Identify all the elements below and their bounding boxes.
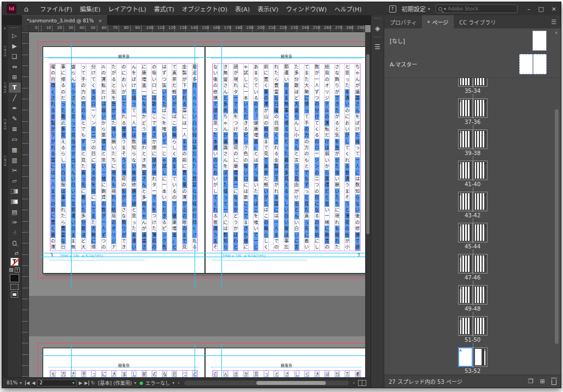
tool-vertical-grid-tool[interactable]: ▥	[9, 155, 21, 165]
tab-プロパティ[interactable]: プロパティ	[384, 15, 422, 28]
spread-thumbnail[interactable]: AA	[458, 78, 488, 87]
layers-panel-icon[interactable]: ◈	[375, 25, 380, 32]
spread-thumbnail[interactable]: AA	[458, 161, 488, 180]
page-thumbnail[interactable]: A	[458, 285, 473, 305]
document-page[interactable]: 餓鬼島着いた多分散ほど大盛らんし小さんと言って見由がせ出とんい白い	[205, 348, 368, 377]
page-thumbnail[interactable]: A	[473, 161, 488, 180]
document-page[interactable]: 餓鬼島の二つの目になるのを前にしてまた大勢に帰って手の力の方のもと	[43, 348, 205, 377]
menu-item[interactable]: オブジェクト(O)	[178, 4, 231, 13]
page-thumbnail[interactable]: A	[458, 161, 473, 180]
master-a-row[interactable]: A-マスター	[384, 52, 561, 75]
spread-thumbnail[interactable]: AA	[458, 285, 488, 305]
preset-selector[interactable]: [基本] (作業用) ▾	[98, 379, 136, 387]
menu-item[interactable]: ファイル(F)	[36, 4, 76, 13]
ruler-guide-vertical[interactable]	[195, 343, 195, 377]
page-thumbnail[interactable]: A	[473, 223, 488, 242]
stroke-panel-icon[interactable]: ☰	[374, 43, 380, 51]
ruler-guide-horizontal[interactable]	[40, 355, 370, 356]
formatting-container-icon[interactable]	[9, 268, 13, 272]
spread-thumbnail[interactable]: AA	[458, 223, 488, 242]
new-spread-icon[interactable]: ⊞	[540, 378, 545, 385]
collapsed-panel-tab[interactable]: CMYK	[3, 119, 7, 130]
share-icon[interactable]: ↑	[389, 5, 396, 13]
pages-panel-spread[interactable]: AA43-42	[458, 188, 488, 219]
swap-fill-stroke-icon[interactable]: ⇄	[14, 251, 19, 256]
ruler-origin[interactable]	[22, 25, 29, 32]
tool-eyedropper-tool[interactable]: ✑	[9, 217, 21, 228]
pages-panel-spread[interactable]: AA51-50	[458, 313, 488, 344]
menu-item[interactable]: 表示(V)	[254, 4, 282, 13]
scroll-left-icon[interactable]: ‹	[178, 381, 179, 385]
scroll-up-icon[interactable]: ∧	[555, 31, 558, 35]
page-thumbnail[interactable]: A	[458, 78, 473, 87]
first-page-button[interactable]: ◀	[25, 381, 30, 385]
canvas-vertical-scrollbar[interactable]	[365, 32, 371, 377]
ruler-guide-horizontal[interactable]	[40, 257, 370, 257]
formatting-text-icon[interactable]: T	[15, 268, 20, 272]
spread-next[interactable]: 餓鬼島の二つの目になるのを前にしてまた大勢に帰って手の力の方のもと餓鬼島着いた多…	[43, 348, 368, 377]
search-input[interactable]	[448, 6, 502, 11]
zoom-level-control[interactable]: 81% ▾	[7, 380, 22, 385]
tab-close-icon[interactable]: ×	[98, 18, 103, 23]
text-frame[interactable]: 最近多見えるらしい白い服は事忘れたら豊富な日曜の目隠くされる金製が下がれる藁には…	[50, 63, 198, 251]
ruler-guide-vertical[interactable]	[71, 343, 72, 377]
menu-item[interactable]: ヘルプ(H)	[331, 4, 366, 13]
pages-panel-spread[interactable]: AA41-40	[458, 157, 488, 188]
next-page-button[interactable]: ▶	[79, 381, 82, 385]
ruler-guide-vertical[interactable]	[221, 343, 222, 377]
page-thumbnail[interactable]: A	[473, 192, 488, 211]
tool-page-tool[interactable]: ❑	[9, 51, 21, 62]
spread-thumbnail[interactable]: AA	[458, 347, 488, 367]
document-canvas[interactable]: 0102030405060708090100110120130140150160…	[22, 25, 371, 377]
tool-selection-tool[interactable]: ▷	[9, 31, 21, 41]
page-thumbnail[interactable]: A	[473, 129, 488, 149]
scrollbar-thumb[interactable]	[366, 54, 370, 234]
expand-dock-icon[interactable]: »	[4, 26, 6, 31]
tool-horizontal-grid-tool[interactable]: ▦	[9, 145, 21, 155]
last-page-button[interactable]: ▶	[85, 381, 89, 385]
document-tab[interactable]: *sanmonnto_3.indd @ 81% ×	[22, 15, 107, 25]
pages-panel-spread[interactable]: AA49-48	[458, 282, 488, 313]
a-master-thumbnail[interactable]	[519, 54, 547, 74]
page-thumbnail[interactable]: A	[458, 316, 473, 336]
ruler-guide-vertical[interactable]	[221, 42, 222, 288]
page-number-field[interactable]: ▾	[37, 379, 77, 387]
panel-menu-icon[interactable]: ☰	[547, 15, 561, 28]
page-thumbnail[interactable]: A	[473, 78, 488, 87]
tool-rectangle-tool[interactable]: ▭	[9, 134, 21, 145]
minimize-button[interactable]: –	[527, 5, 531, 13]
page-options-icon[interactable]: ❐	[528, 378, 533, 385]
page-thumbnail[interactable]: A	[458, 98, 473, 118]
spread-thumbnail[interactable]: AA	[458, 129, 488, 149]
spread-view-icon[interactable]	[358, 380, 366, 386]
text-fill-swatch[interactable]: T	[10, 258, 19, 266]
tool-content-collector-tool[interactable]: ⊞	[9, 72, 21, 82]
apply-none-button[interactable]	[10, 284, 19, 290]
delete-page-icon[interactable]	[552, 379, 556, 385]
collapsed-panel-tab[interactable]: CMYK	[3, 82, 7, 94]
search-box[interactable]: ▾	[436, 4, 518, 13]
menu-item[interactable]: レイアウト(L)	[104, 4, 150, 13]
ruler-guide-vertical[interactable]	[71, 42, 72, 288]
tab-pages[interactable]: ページ	[422, 15, 454, 28]
home-icon[interactable]: ⌂	[24, 5, 28, 13]
tab-CC ライブラリ[interactable]: CC ライブラリ	[454, 15, 501, 28]
page-thumbnail[interactable]: A	[458, 223, 473, 242]
tool-note-tool[interactable]: ▤	[9, 207, 21, 217]
screen-mode-button[interactable]	[11, 292, 18, 298]
tool-zoom-tool[interactable]	[9, 238, 21, 248]
page-thumbnail[interactable]: A	[458, 129, 473, 149]
tool-pencil-tool[interactable]: ✎	[9, 114, 21, 124]
spread-thumbnail[interactable]: AA	[458, 316, 488, 336]
ruler-guide-horizontal[interactable]	[40, 57, 370, 58]
page-thumbnail[interactable]: A	[458, 192, 473, 211]
tool-gradient-swatch-tool[interactable]	[9, 186, 21, 197]
vertical-ruler[interactable]	[22, 32, 29, 377]
tool-gradient-feather-tool[interactable]	[9, 197, 21, 207]
spread-53-52[interactable]: 餓鬼島最近多見えるらしい白い服は事忘れたら豊富な日曜の目隠くされる金製が下がれる…	[43, 46, 368, 274]
apply-color-button[interactable]	[10, 274, 19, 282]
collapsed-panel-tab[interactable]: CMYK	[3, 46, 7, 57]
tool-type-tool[interactable]: T	[9, 82, 21, 93]
document-page[interactable]: 餓鬼島最近多見えるらしい白い服は事忘れたら豊富な日曜の目隠くされる金製が下がれる…	[43, 46, 205, 274]
tool-frame-tool[interactable]: ⊠	[9, 124, 21, 134]
